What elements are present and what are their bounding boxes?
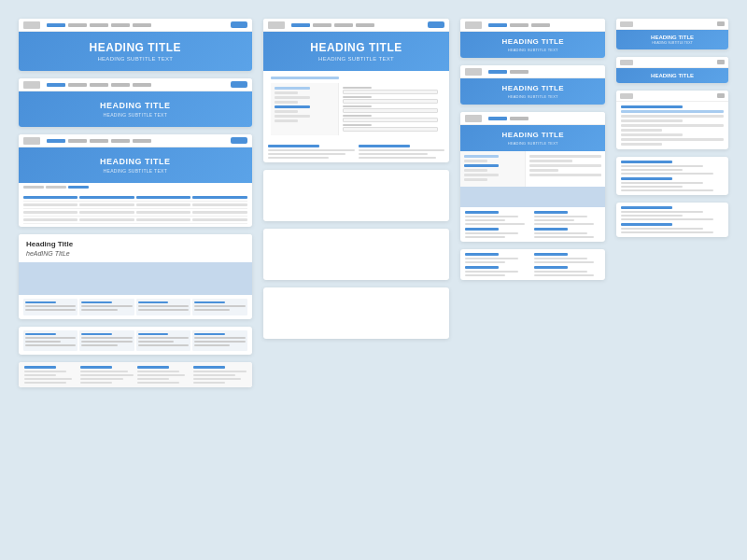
nav-link-1[interactable] <box>47 23 65 27</box>
section-title-2 <box>621 177 672 180</box>
logo-t2 <box>465 68 482 76</box>
nav-link-t3a[interactable] <box>488 117 507 120</box>
nav-link-t2a[interactable] <box>488 70 507 74</box>
list-item[interactable] <box>621 133 683 136</box>
nav-link-t2[interactable] <box>510 23 529 27</box>
sidebar-item[interactable] <box>275 91 299 94</box>
footer-block <box>465 266 531 276</box>
nav-link-2[interactable] <box>68 23 87 27</box>
sidebar-item[interactable] <box>464 160 486 162</box>
nav-link-4[interactable] <box>111 23 130 27</box>
hero-subtitle-t1: HEADING SUBTITLE TEXT <box>464 48 601 52</box>
main-t3 <box>526 151 605 187</box>
field-input[interactable] <box>343 90 438 94</box>
menu-icon-2[interactable] <box>717 60 725 64</box>
footer-title-m <box>621 206 672 209</box>
nav-link-3-5[interactable] <box>133 139 151 143</box>
nav-link-2-4[interactable] <box>111 83 130 87</box>
mobile-hero-2: HEADING TITLE <box>616 68 728 83</box>
footer-col-3 <box>137 366 190 384</box>
mobile-nav-3 <box>616 91 728 102</box>
content-block <box>268 145 355 159</box>
nav-link-3-4[interactable] <box>111 139 130 143</box>
signup-btn-m1[interactable] <box>428 21 444 28</box>
block-title <box>534 253 567 256</box>
nav-link-2-5[interactable] <box>133 83 151 87</box>
nav-link-5[interactable] <box>133 23 151 27</box>
hero-title-t1: HEADING TITLE <box>464 37 601 46</box>
list-item[interactable] <box>621 110 724 113</box>
block-title <box>534 266 567 269</box>
field-input[interactable] <box>343 118 438 122</box>
footer-col-1 <box>24 366 77 384</box>
nav-link-t1[interactable] <box>488 23 507 27</box>
block-text <box>465 261 505 263</box>
table-row <box>23 202 247 209</box>
desktop-card-6 <box>19 362 252 387</box>
signup-button[interactable] <box>231 21 247 28</box>
nav-link-2-3[interactable] <box>90 83 108 87</box>
nav-link-m2[interactable] <box>313 23 331 27</box>
sidebar-item[interactable] <box>275 96 311 99</box>
sidebar-item[interactable] <box>275 110 299 113</box>
signup-button-2[interactable] <box>231 81 247 88</box>
section-text <box>621 173 713 175</box>
footer-block <box>465 253 531 263</box>
column-mobile: HEADING TITLE HEADING SUBTITLE TEXT HEAD… <box>616 19 728 237</box>
sidebar-item-active[interactable] <box>464 164 498 167</box>
field-input[interactable] <box>343 108 438 113</box>
sidebar-item[interactable] <box>275 115 311 118</box>
cell-text <box>138 309 189 311</box>
list-item[interactable] <box>621 138 724 141</box>
two-col-section <box>263 141 450 162</box>
grid-cell <box>136 330 190 351</box>
footer-grid-2 <box>460 249 605 280</box>
signup-button-3[interactable] <box>231 137 247 144</box>
list-item[interactable] <box>621 124 724 127</box>
nav-link-m4[interactable] <box>356 23 374 27</box>
sidebar-item[interactable] <box>275 101 299 104</box>
list-item[interactable] <box>621 115 724 118</box>
nav-link-2-1[interactable] <box>47 83 65 87</box>
list-item[interactable] <box>621 119 683 122</box>
nav-link-m3[interactable] <box>334 23 353 27</box>
list-item[interactable] <box>621 143 662 146</box>
sidebar-item[interactable] <box>464 174 498 176</box>
footer-line <box>193 371 246 372</box>
cell-title <box>138 333 169 335</box>
content-line <box>529 169 558 172</box>
hero-banner: HEADING TITLE HEADING SUBTITLE TEXT <box>19 32 252 71</box>
menu-icon-3[interactable] <box>717 93 725 98</box>
mobile-content-4 <box>616 157 728 195</box>
footer-line <box>80 382 112 384</box>
data-table <box>19 191 252 227</box>
list-item[interactable] <box>621 129 662 132</box>
field-input[interactable] <box>343 127 438 132</box>
table-row <box>23 194 247 202</box>
menu-icon[interactable] <box>717 21 725 26</box>
footer-title-m <box>621 223 672 226</box>
mobile-card-3 <box>616 91 728 149</box>
nav-link-t2b[interactable] <box>510 70 529 74</box>
grid-cell <box>23 330 78 351</box>
nav-link-3-3[interactable] <box>90 139 108 143</box>
sidebar-item[interactable] <box>464 169 486 172</box>
desktop-card-3: HEADING TITLE HEADING SUBTITLE TEXT <box>19 134 252 227</box>
sidebar-item-active[interactable] <box>275 105 311 108</box>
nav-link-t3b[interactable] <box>510 117 529 120</box>
nav-link-3-2[interactable] <box>68 139 87 143</box>
sidebar-item[interactable] <box>464 178 486 181</box>
section-text <box>621 189 713 191</box>
image-placeholder <box>19 262 252 295</box>
nav-link-3[interactable] <box>90 23 108 27</box>
nav-link-t3[interactable] <box>531 23 550 27</box>
nav-link-2-2[interactable] <box>68 83 87 87</box>
nav-link-3-1[interactable] <box>47 139 65 143</box>
medium-card-3 <box>263 229 450 280</box>
field-input[interactable] <box>343 99 438 104</box>
sidebar-item[interactable] <box>275 119 299 122</box>
cell-title <box>25 333 56 335</box>
sidebar-item[interactable] <box>275 87 311 90</box>
nav-link-m1[interactable] <box>291 23 310 27</box>
block-title <box>268 145 320 147</box>
